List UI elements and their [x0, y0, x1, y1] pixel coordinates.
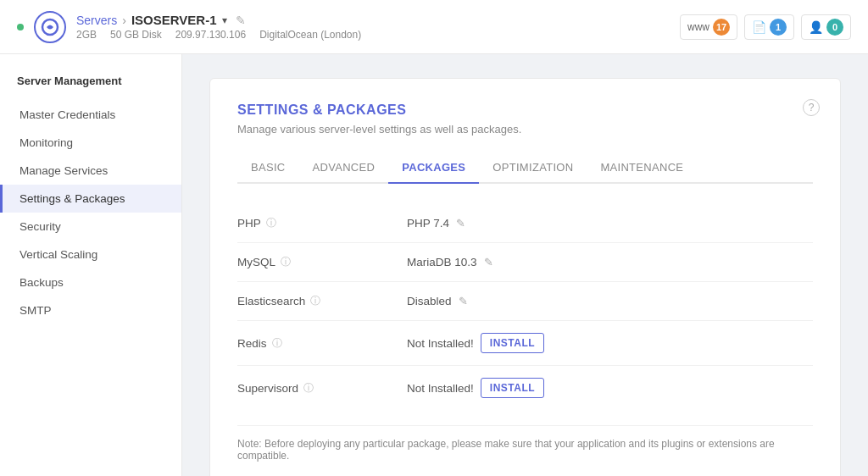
topnav-left: Servers › ISOSERVER-1 ▾ ✎ 2GB 50 GB Disk… [17, 11, 361, 43]
server-ip: 209.97.130.106 [175, 29, 246, 41]
sidebar-item-settings-packages[interactable]: Settings & Packages [0, 185, 181, 213]
server-info: Servers › ISOSERVER-1 ▾ ✎ 2GB 50 GB Disk… [76, 13, 361, 41]
info-icon[interactable]: ⓘ [266, 216, 276, 230]
sidebar-item-master-credentials[interactable]: Master Credentials [0, 101, 181, 129]
topnav: Servers › ISOSERVER-1 ▾ ✎ 2GB 50 GB Disk… [0, 0, 868, 54]
sidebar-item-backups[interactable]: Backups [0, 268, 181, 296]
breadcrumb-separator: › [122, 14, 126, 27]
www-button[interactable]: www 17 [680, 14, 737, 40]
package-row-elasticsearch: Elasticsearch ⓘDisabled ✎ [237, 282, 813, 321]
tab-advanced[interactable]: ADVANCED [299, 152, 389, 184]
edit-package-icon[interactable]: ✎ [459, 295, 468, 307]
info-icon[interactable]: ⓘ [281, 255, 291, 269]
tab-optimization[interactable]: OPTIMIZATION [479, 152, 587, 184]
sidebar-nav: Master CredentialsMonitoringManage Servi… [0, 101, 181, 324]
sidebar-item-vertical-scaling[interactable]: Vertical Scaling [0, 241, 181, 268]
package-name: MySQL [237, 256, 275, 268]
card-subtitle: Manage various server-level settings as … [237, 123, 813, 136]
users-button[interactable]: 👤 0 [801, 14, 851, 40]
edit-server-icon[interactable]: ✎ [236, 14, 246, 27]
sidebar-item-smtp[interactable]: SMTP [0, 296, 181, 324]
breadcrumb-servers-link[interactable]: Servers [76, 14, 117, 27]
package-note: Note: Before deploying any particular pa… [237, 425, 813, 462]
server-provider: DigitalOcean (London) [259, 29, 361, 41]
status-dot [17, 24, 24, 30]
install-package-button[interactable]: INSTALL [481, 333, 544, 353]
users-count: 0 [826, 19, 843, 36]
files-button[interactable]: 📄 1 [744, 14, 794, 40]
sidebar-section-title: Server Management [0, 75, 181, 101]
package-value-php: PHP 7.4 ✎ [407, 217, 465, 230]
breadcrumb-current-server: ISOSERVER-1 [131, 13, 217, 27]
package-label-elasticsearch: Elasticsearch ⓘ [237, 294, 407, 308]
package-name: Redis [237, 337, 267, 350]
package-row-supervisord: Supervisord ⓘNot Installed! INSTALL [237, 366, 813, 410]
files-count: 1 [770, 19, 787, 36]
package-current-value: Not Installed! [407, 337, 474, 350]
package-label-php: PHP ⓘ [237, 216, 407, 230]
chevron-down-icon[interactable]: ▾ [222, 14, 227, 26]
package-name: PHP [237, 217, 261, 230]
packages-list: PHP ⓘPHP 7.4 ✎MySQL ⓘMariaDB 10.3 ✎Elast… [237, 204, 813, 410]
package-current-value: PHP 7.4 [407, 217, 449, 230]
package-name: Supervisord [237, 382, 298, 395]
sidebar-item-security[interactable]: Security [0, 213, 181, 241]
edit-package-icon[interactable]: ✎ [484, 256, 493, 268]
tab-maintenance[interactable]: MAINTENANCE [587, 152, 697, 184]
package-label-redis: Redis ⓘ [237, 336, 407, 351]
info-icon[interactable]: ⓘ [303, 381, 314, 396]
info-icon[interactable]: ⓘ [310, 294, 320, 308]
sidebar-item-monitoring[interactable]: Monitoring [0, 129, 181, 157]
server-ram: 2GB [76, 29, 97, 41]
info-icon[interactable]: ⓘ [272, 336, 282, 351]
layout: Server Management Master CredentialsMoni… [0, 54, 868, 476]
topnav-right: www 17 📄 1 👤 0 [680, 14, 851, 40]
server-meta: 2GB 50 GB Disk 209.97.130.106 DigitalOce… [76, 29, 361, 41]
edit-package-icon[interactable]: ✎ [456, 217, 465, 230]
sidebar-item-manage-services[interactable]: Manage Services [0, 157, 181, 185]
card-title: SETTINGS & PACKAGES [237, 102, 813, 118]
package-value-supervisord: Not Installed! INSTALL [407, 378, 544, 398]
tab-packages[interactable]: PACKAGES [388, 152, 479, 184]
package-current-value: Not Installed! [407, 382, 474, 395]
package-row-php: PHP ⓘPHP 7.4 ✎ [237, 204, 813, 243]
sidebar: Server Management Master CredentialsMoni… [0, 54, 182, 476]
package-current-value: MariaDB 10.3 [407, 256, 477, 268]
package-value-elasticsearch: Disabled ✎ [407, 295, 468, 307]
package-current-value: Disabled [407, 295, 452, 307]
package-name: Elasticsearch [237, 295, 305, 307]
users-icon: 👤 [809, 20, 823, 34]
help-icon[interactable]: ? [803, 99, 820, 116]
package-label-mysql: MySQL ⓘ [237, 255, 407, 269]
server-disk: 50 GB Disk [110, 29, 162, 41]
package-row-mysql: MySQL ⓘMariaDB 10.3 ✎ [237, 243, 813, 282]
settings-card: SETTINGS & PACKAGES Manage various serve… [209, 78, 841, 476]
package-label-supervisord: Supervisord ⓘ [237, 381, 407, 396]
package-value-redis: Not Installed! INSTALL [407, 333, 544, 353]
tabs: BASICADVANCEDPACKAGESOPTIMIZATIONMAINTEN… [237, 152, 813, 184]
install-package-button[interactable]: INSTALL [481, 378, 544, 398]
breadcrumb: Servers › ISOSERVER-1 ▾ ✎ [76, 13, 361, 27]
package-value-mysql: MariaDB 10.3 ✎ [407, 256, 493, 268]
tab-basic[interactable]: BASIC [237, 152, 299, 184]
www-count: 17 [713, 19, 730, 36]
logo [34, 11, 66, 43]
main-content: SETTINGS & PACKAGES Manage various serve… [182, 54, 868, 476]
files-icon: 📄 [752, 20, 766, 34]
package-row-redis: Redis ⓘNot Installed! INSTALL [237, 321, 813, 366]
www-label: www [687, 21, 709, 33]
